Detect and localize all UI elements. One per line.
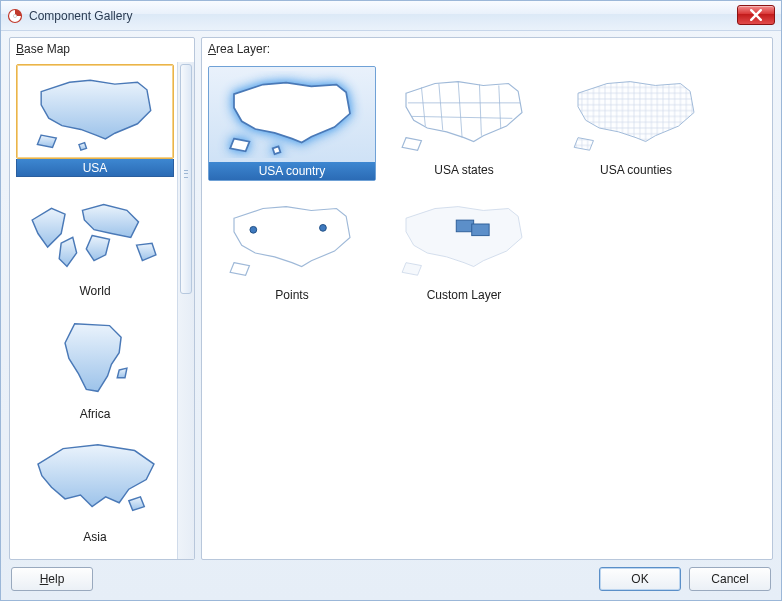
- close-icon: [750, 9, 762, 21]
- usa-states-icon: [380, 66, 548, 161]
- area-layer-item-usa-counties[interactable]: USA counties: [552, 66, 720, 181]
- usa-counties-icon: [552, 66, 720, 161]
- asia-map-icon: [16, 433, 174, 528]
- window-title: Component Gallery: [29, 9, 132, 23]
- dialog-footer: Help OK Cancel: [1, 564, 781, 600]
- base-map-gallery: USA: [16, 64, 175, 552]
- base-map-item-label: World: [16, 282, 174, 300]
- area-layer-item-label: USA country: [209, 162, 375, 180]
- usa-country-icon: [209, 67, 375, 162]
- usa-map-icon: [16, 64, 174, 159]
- area-layer-item-label: Points: [208, 286, 376, 304]
- close-button[interactable]: [737, 5, 775, 25]
- area-layer-item-points[interactable]: Points: [208, 191, 376, 304]
- area-layer-item-custom-layer[interactable]: Custom Layer: [380, 191, 548, 304]
- world-map-icon: [16, 187, 174, 282]
- svg-rect-13: [472, 224, 489, 236]
- cancel-button[interactable]: Cancel: [689, 567, 771, 591]
- base-map-mnemonic: B: [16, 42, 24, 56]
- area-layer-list: USA country: [202, 62, 772, 559]
- area-layer-item-usa-country[interactable]: USA country: [208, 66, 376, 181]
- svg-rect-12: [456, 220, 473, 232]
- africa-map-icon: [16, 310, 174, 405]
- base-map-scrollbar[interactable]: [177, 62, 194, 559]
- base-map-item-label: USA: [16, 159, 174, 177]
- base-map-list: USA: [10, 62, 177, 559]
- area-layer-scroll: USA country: [202, 62, 772, 559]
- base-map-item-africa[interactable]: Africa: [16, 310, 174, 423]
- help-button[interactable]: Help: [11, 567, 93, 591]
- area-layer-item-label: Custom Layer: [380, 286, 548, 304]
- base-map-item-usa[interactable]: USA: [16, 64, 174, 177]
- dialog-body: Base Map: [1, 31, 781, 564]
- app-icon: [7, 8, 23, 24]
- base-map-label: Base Map: [10, 38, 194, 62]
- ok-button[interactable]: OK: [599, 567, 681, 591]
- base-map-item-asia[interactable]: Asia: [16, 433, 174, 546]
- base-map-label-rest: ase Map: [24, 42, 70, 56]
- area-layer-label-rest: rea Layer:: [216, 42, 270, 56]
- area-layer-item-label: USA counties: [552, 161, 720, 179]
- area-layer-mnemonic: A: [208, 42, 216, 56]
- area-layer-panel: Area Layer:: [201, 37, 773, 560]
- area-layer-label: Area Layer:: [202, 38, 772, 62]
- area-layer-item-usa-states[interactable]: USA states: [380, 66, 548, 181]
- area-layer-item-label: USA states: [380, 161, 548, 179]
- base-map-item-world[interactable]: World: [16, 187, 174, 300]
- svg-point-11: [320, 224, 327, 231]
- base-map-item-label: Asia: [16, 528, 174, 546]
- points-icon: [208, 191, 376, 286]
- svg-point-10: [250, 226, 257, 233]
- base-map-item-label: Africa: [16, 405, 174, 423]
- area-layer-gallery: USA country: [208, 66, 766, 310]
- scrollbar-thumb[interactable]: [180, 64, 192, 294]
- titlebar: Component Gallery: [1, 1, 781, 31]
- base-map-scroll: USA: [10, 62, 194, 559]
- custom-layer-icon: [380, 191, 548, 286]
- svg-point-1: [13, 14, 16, 17]
- help-button-rest: elp: [48, 572, 64, 586]
- dialog-window: Component Gallery Base Map: [0, 0, 782, 601]
- base-map-panel: Base Map: [9, 37, 195, 560]
